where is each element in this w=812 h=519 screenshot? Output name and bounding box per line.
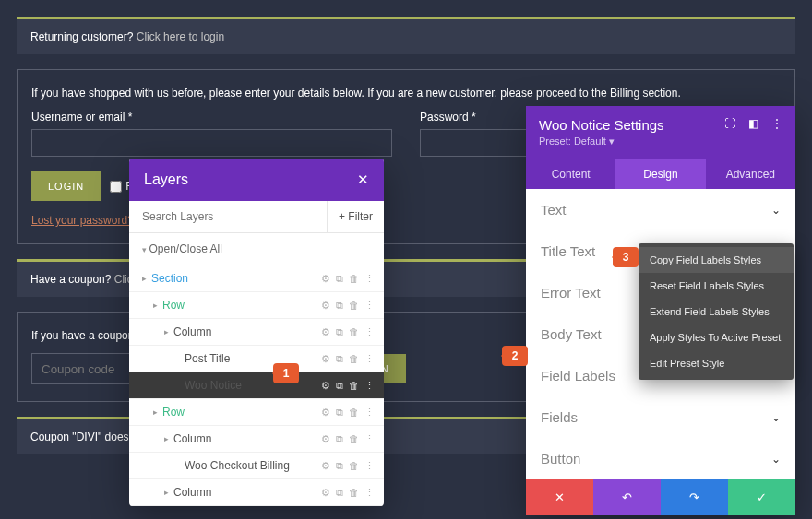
close-icon[interactable]: ✕ (357, 171, 369, 188)
duplicate-icon[interactable]: ⧉ (336, 273, 343, 285)
duplicate-icon[interactable]: ⧉ (336, 407, 343, 419)
layer-item[interactable]: ▸Column⚙⧉🗑⋮ (129, 426, 384, 453)
layers-filter-button[interactable]: + Filter (327, 201, 384, 232)
section-label: Button (541, 451, 580, 466)
layers-panel: Layers ✕ + Filter ▾ Open/Close All ▸Sect… (129, 159, 384, 506)
trash-icon[interactable]: 🗑 (349, 460, 359, 472)
caret-icon: ▸ (164, 327, 173, 336)
section-label: Field Labels (541, 368, 615, 383)
layers-title: Layers (144, 171, 188, 188)
drag-icon[interactable]: ⛶ (724, 117, 735, 130)
gear-icon[interactable]: ⚙ (321, 300, 330, 312)
context-menu: Copy Field Labels StylesReset Field Labe… (639, 243, 794, 380)
trash-icon[interactable]: 🗑 (349, 353, 359, 365)
trash-icon[interactable]: 🗑 (349, 273, 359, 285)
trash-icon[interactable]: 🗑 (349, 407, 359, 419)
have-coupon-text: Have a coupon? (30, 273, 114, 286)
more-icon[interactable]: ⋮ (364, 487, 375, 499)
layer-label: Row (162, 406, 321, 419)
section-label: Error Text (541, 285, 601, 301)
section-fields[interactable]: Fields⌄ (526, 396, 795, 438)
gear-icon[interactable]: ⚙ (321, 326, 330, 338)
expand-icon[interactable]: ◧ (748, 117, 758, 130)
duplicate-icon[interactable]: ⧉ (336, 460, 343, 472)
tab-content[interactable]: Content (526, 159, 615, 189)
layers-open-close-all[interactable]: ▾ Open/Close All (129, 233, 384, 265)
context-menu-item[interactable]: Reset Field Labels Styles (639, 273, 794, 299)
layer-item[interactable]: ▸Section⚙⧉🗑⋮ (129, 265, 384, 292)
caret-icon: ▸ (164, 488, 173, 497)
duplicate-icon[interactable]: ⧉ (336, 380, 343, 392)
context-menu-item[interactable]: Apply Styles To Active Preset (639, 324, 794, 350)
section-text[interactable]: Text⌄ (526, 189, 795, 230)
gear-icon[interactable]: ⚙ (321, 407, 330, 419)
username-input[interactable] (31, 129, 392, 157)
duplicate-icon[interactable]: ⧉ (336, 326, 343, 338)
more-icon[interactable]: ⋮ (364, 326, 375, 338)
gear-icon[interactable]: ⚙ (321, 487, 330, 499)
preset-selector[interactable]: Preset: Default ▾ (539, 136, 664, 147)
gear-icon[interactable]: ⚙ (321, 273, 330, 285)
more-icon[interactable]: ⋮ (364, 407, 375, 419)
layer-label: Woo Notice (185, 379, 321, 392)
gear-icon[interactable]: ⚙ (321, 353, 330, 365)
layer-item[interactable]: ▸Row⚙⧉🗑⋮ (129, 292, 384, 319)
section-label: Body Text (541, 326, 602, 342)
layer-label: Column (173, 432, 321, 445)
duplicate-icon[interactable]: ⧉ (336, 487, 343, 499)
more-icon[interactable]: ⋮ (364, 433, 375, 445)
more-icon[interactable]: ⋮ (364, 300, 375, 312)
login-button[interactable]: LOGIN (31, 171, 101, 201)
layer-item[interactable]: Woo Checkout Billing⚙⧉🗑⋮ (129, 453, 384, 479)
layer-label: Section (151, 272, 321, 285)
layer-label: Post Title (185, 352, 321, 365)
layers-search-input[interactable] (129, 201, 327, 232)
layers-search-row: + Filter (129, 201, 384, 233)
context-menu-item[interactable]: Copy Field Labels Styles (639, 247, 794, 273)
chevron-down-icon: ⌄ (771, 204, 781, 217)
returning-login-link[interactable]: Click here to login (137, 30, 224, 43)
duplicate-icon[interactable]: ⧉ (336, 300, 343, 312)
settings-tabs: ContentDesignAdvanced (526, 159, 795, 189)
tab-advanced[interactable]: Advanced (706, 159, 795, 189)
layers-list: ▸Section⚙⧉🗑⋮▸Row⚙⧉🗑⋮▸Column⚙⧉🗑⋮Post Titl… (129, 265, 384, 506)
remember-me-checkbox[interactable] (110, 181, 122, 193)
trash-icon[interactable]: 🗑 (349, 380, 359, 392)
section-button[interactable]: Button⌄ (526, 438, 795, 479)
undo-button[interactable]: ↶ (593, 479, 661, 515)
section-label: Title Text (541, 243, 595, 259)
more-icon[interactable]: ⋮ (364, 380, 375, 392)
layer-item[interactable]: ▸Column⚙⧉🗑⋮ (129, 319, 384, 346)
layer-item[interactable]: Woo Notice⚙⧉🗑⋮ (129, 372, 384, 399)
trash-icon[interactable]: 🗑 (349, 433, 359, 445)
context-menu-item[interactable]: Extend Field Labels Styles (639, 299, 794, 324)
more-icon[interactable]: ⋮ (364, 353, 375, 365)
more-icon[interactable]: ⋮ (364, 460, 375, 472)
trash-icon[interactable]: 🗑 (349, 487, 359, 499)
caret-icon: ▸ (142, 274, 151, 283)
settings-footer: ✕ ↶ ↷ ✓ (526, 479, 795, 515)
redo-button[interactable]: ↷ (661, 479, 728, 515)
more-icon[interactable]: ⋮ (364, 273, 375, 285)
save-button[interactable]: ✓ (728, 479, 795, 515)
layer-label: Column (173, 486, 321, 499)
layer-item[interactable]: Post Title⚙⧉🗑⋮ (129, 346, 384, 372)
trash-icon[interactable]: 🗑 (349, 300, 359, 312)
caret-icon: ▸ (153, 407, 162, 417)
gear-icon[interactable]: ⚙ (321, 460, 330, 472)
returning-text: Returning customer? (30, 30, 137, 43)
trash-icon[interactable]: 🗑 (349, 326, 359, 338)
chevron-down-icon: ⌄ (771, 411, 781, 424)
gear-icon[interactable]: ⚙ (321, 380, 330, 392)
duplicate-icon[interactable]: ⧉ (336, 353, 343, 365)
duplicate-icon[interactable]: ⧉ (336, 433, 343, 445)
context-menu-item[interactable]: Edit Preset Style (639, 350, 794, 376)
gear-icon[interactable]: ⚙ (321, 433, 330, 445)
layers-panel-header: Layers ✕ (129, 159, 384, 201)
layer-item[interactable]: ▸Row⚙⧉🗑⋮ (129, 399, 384, 426)
username-label: Username or email * (31, 111, 392, 124)
cancel-button[interactable]: ✕ (526, 479, 593, 515)
more-icon[interactable]: ⋮ (771, 117, 782, 130)
layer-item[interactable]: ▸Column⚙⧉🗑⋮ (129, 479, 384, 506)
tab-design[interactable]: Design (615, 159, 705, 189)
